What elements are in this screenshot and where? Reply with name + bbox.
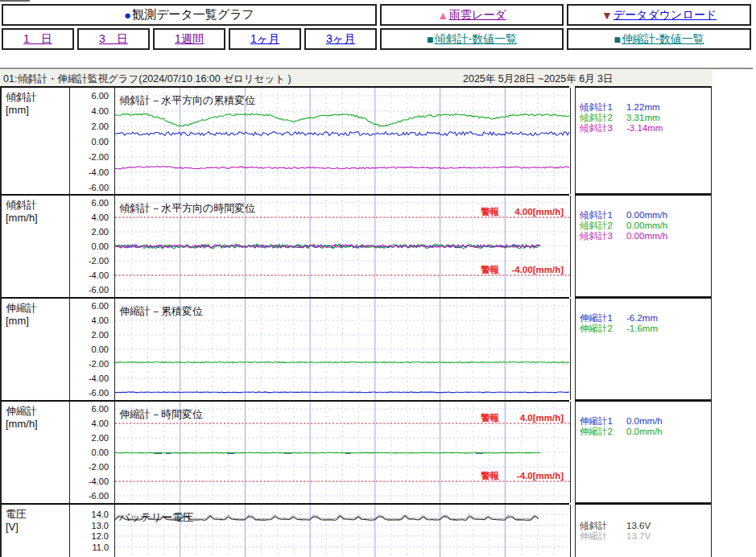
- y-tick-label: -2.00: [89, 360, 109, 369]
- graph-date-range: 2025年 5月28日 ~2025年 6月 3日: [463, 72, 613, 86]
- plot-title: 伸縮計－時間変位: [119, 408, 203, 420]
- alarm-value: 4.00[mm/h]: [514, 207, 564, 217]
- data-download-cell: ▼ データダウンロード: [567, 4, 751, 26]
- panel-row-voltage: 電圧[V]14.013.012.011.0バッテリー電圧傾斜計13.6V伸縮計1…: [0, 503, 713, 557]
- legend-series-name: 傾斜計: [580, 521, 626, 530]
- y-tick-label: -2.00: [89, 153, 109, 162]
- panel-yaxis: 6.004.002.000.00-2.00-4.00-6.00: [69, 196, 114, 297]
- plot-title: 傾斜計－水平方向の累積変位: [119, 94, 255, 106]
- period-3day-link[interactable]: 3 日: [99, 32, 128, 47]
- data-download-link[interactable]: データダウンロード: [613, 8, 717, 23]
- period-1day-cell: 1 日: [2, 28, 74, 50]
- legend-entry: 傾斜計10.00mm/h: [580, 210, 667, 220]
- period-1week-link[interactable]: 1週間: [175, 32, 204, 47]
- ext-value-list-link[interactable]: 伸縮計-数値一覧: [622, 32, 704, 47]
- y-tick-label: 4.00: [92, 107, 109, 116]
- y-tick-label: -4.00: [89, 374, 109, 383]
- sensor-unit: [V]: [6, 521, 69, 534]
- y-tick-label: -4.00: [89, 168, 109, 177]
- y-tick-label: -4.00: [89, 477, 109, 486]
- chart-svg-ext-mmh: 警報4.0[mm/h]警報-4.0[mm/h]伸縮計－時間変位: [115, 402, 570, 503]
- panel-plot-voltage: バッテリー電圧: [114, 505, 571, 557]
- chart-svg-ext-mm: 伸縮計－累積変位: [115, 299, 570, 400]
- legend-entry: 伸縮計10.0mm/h: [580, 416, 663, 426]
- panel-legend-tilt-mmh: 傾斜計10.00mm/h傾斜計20.00mm/h傾斜計30.00mm/h: [575, 194, 712, 297]
- y-tick-label: 0.00: [92, 448, 109, 457]
- period-1day-link[interactable]: 1 日: [23, 32, 52, 47]
- y-tick-label: 0.00: [92, 345, 109, 354]
- legend-entry: 傾斜計11.22mm: [580, 102, 660, 112]
- alarm-label: 警報: [480, 413, 500, 423]
- plot-title: 伸縮計－累積変位: [119, 305, 203, 317]
- sensor-unit: [mm]: [6, 104, 69, 117]
- legend-series-value: -3.14mm: [626, 123, 663, 133]
- graph-header-bar: 01:傾斜計・伸縮計監視グラフ(2024/07/10 16:00 ゼロリセット …: [0, 70, 713, 86]
- sensor-unit: [mm/h]: [6, 418, 69, 431]
- y-tick-label: 4.00: [92, 316, 109, 325]
- square-bullet-icon: ■: [613, 33, 620, 46]
- panel-plot-ext-mm: 伸縮計－累積変位: [114, 299, 571, 400]
- legend-series-name: 伸縮計1: [580, 313, 626, 323]
- page-title-cell: ● 観測データ一覧グラフ: [2, 4, 377, 26]
- alarm-value: -4.00[mm/h]: [511, 265, 564, 274]
- y-tick-label: -6.00: [89, 492, 109, 501]
- y-tick-label: 6.00: [92, 199, 109, 208]
- plot-title: 傾斜計－水平方向の時間変位: [119, 202, 255, 214]
- panel-plot-tilt-mm: 傾斜計－水平方向の累積変位: [114, 88, 571, 194]
- legend-series-name: 傾斜計2: [580, 113, 626, 122]
- panel-main-tilt-mm: 傾斜計[mm]6.004.002.000.00-2.00-4.00-6.00傾斜…: [0, 86, 569, 194]
- legend-series-name: 伸縮計1: [580, 416, 626, 426]
- legend-series-name: 傾斜計2: [580, 221, 626, 230]
- sensor-name: 伸縮計: [6, 302, 69, 315]
- legend-series-value: 0.00mm/h: [626, 210, 667, 220]
- rain-radar-link[interactable]: 雨雲レーダ: [449, 8, 506, 23]
- sensor-unit: [mm/h]: [6, 212, 69, 225]
- panel-plot-tilt-mmh: 警報4.00[mm/h]警報-4.00[mm/h]傾斜計－水平方向の時間変位: [114, 196, 571, 297]
- chart-svg-voltage: バッテリー電圧: [115, 505, 570, 557]
- legend-entry: 傾斜計13.6V: [580, 521, 651, 530]
- period-1week-cell: 1週間: [153, 28, 225, 50]
- legend-entry: 傾斜計3-3.14mm: [580, 123, 663, 133]
- panel-plot-ext-mmh: 警報4.0[mm/h]警報-4.0[mm/h]伸縮計－時間変位: [114, 402, 571, 503]
- sensor-name: 傾斜計: [6, 199, 69, 212]
- title-bullet-icon: ●: [124, 8, 131, 22]
- legend-series-name: 傾斜計1: [580, 210, 626, 220]
- panel-row-tilt-mm: 傾斜計[mm]6.004.002.000.00-2.00-4.00-6.00傾斜…: [0, 86, 713, 194]
- y-tick-label: 2.00: [92, 434, 109, 443]
- legend-series-name: 傾斜計3: [580, 123, 626, 133]
- top-edge-line: [0, 0, 30, 2]
- graph-table: 傾斜計[mm]6.004.002.000.00-2.00-4.00-6.00傾斜…: [0, 86, 713, 557]
- legend-series-value: 0.0mm/h: [626, 427, 663, 436]
- legend-series-value: 0.0mm/h: [626, 416, 663, 426]
- panel-legend-voltage: 傾斜計13.6V伸縮計13.7V: [575, 503, 712, 557]
- panel-label: 伸縮計[mm/h]: [2, 402, 69, 503]
- tilt-value-list-link[interactable]: 傾斜計-数値一覧: [434, 32, 517, 47]
- y-tick-label: 11.0: [92, 543, 109, 552]
- period-3month-link[interactable]: 3ヶ月: [326, 32, 355, 47]
- ext-value-list-cell: ■ 伸縮計-数値一覧: [567, 28, 751, 50]
- y-tick-label: -2.00: [89, 463, 109, 472]
- legend-entry: 伸縮計2-1.6mm: [580, 324, 658, 333]
- alarm-label: 警報: [480, 265, 500, 274]
- y-tick-label: 12.0: [92, 532, 109, 541]
- panel-label: 傾斜計[mm]: [2, 88, 69, 194]
- panel-yaxis: 6.004.002.000.00-2.00-4.00-6.00: [69, 299, 114, 400]
- period-1month-link[interactable]: 1ヶ月: [250, 32, 279, 47]
- y-tick-label: -4.00: [89, 271, 109, 280]
- y-tick-label: 2.00: [92, 331, 109, 340]
- y-tick-label: -2.00: [89, 257, 109, 266]
- y-tick-label: 2.00: [92, 228, 109, 237]
- legend-entry: 伸縮計20.0mm/h: [580, 427, 663, 436]
- legend-series-name: 伸縮計2: [580, 324, 626, 333]
- y-tick-label: 2.00: [92, 122, 109, 131]
- sensor-name: 伸縮計: [6, 405, 69, 418]
- panel-legend-tilt-mm: 傾斜計11.22mm傾斜計23.31mm傾斜計3-3.14mm: [575, 86, 712, 194]
- legend-entry: 傾斜計23.31mm: [580, 113, 660, 122]
- legend-series-name: 伸縮計: [580, 531, 626, 541]
- nav-row-2: 1 日 3 日 1週間 1ヶ月 3ヶ月 ■ 傾斜計-数値一覧 ■ 伸縮計-数値一…: [2, 28, 753, 50]
- nav-row-1: ● 観測データ一覧グラフ ▲ 雨雲レーダ ▼ データダウンロード: [2, 4, 753, 26]
- rain-radar-cell: ▲ 雨雲レーダ: [380, 4, 564, 26]
- y-tick-label: -6.00: [89, 389, 109, 398]
- y-tick-label: 0.00: [92, 138, 109, 146]
- legend-entry: 伸縮計13.7V: [580, 531, 651, 541]
